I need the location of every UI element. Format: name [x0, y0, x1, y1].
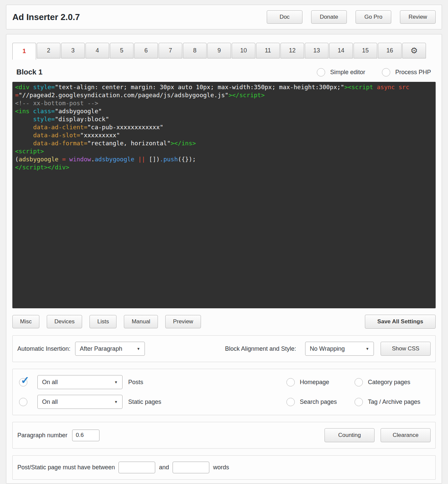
simple-editor-checkbox[interactable] [317, 68, 325, 76]
automatic-insertion-value: After Paragraph [80, 345, 122, 352]
category-pages-toggle[interactable]: Category pages [355, 378, 431, 386]
tab-bar: 12345678910111213141516⚙ [12, 43, 436, 60]
gear-icon: ⚙ [410, 46, 418, 55]
tab-7[interactable]: 7 [159, 43, 182, 58]
header-buttons: DocDonateGo ProReview [267, 10, 436, 24]
block-header: Block 1 Simple editor Process PHP [16, 68, 431, 76]
static-pages-scope-select[interactable]: On all▼ [37, 395, 123, 409]
chevron-down-icon: ▼ [114, 400, 118, 404]
min-words-input[interactable] [119, 462, 155, 473]
tab-1[interactable]: 1 [12, 43, 36, 60]
posts-checkbox[interactable] [19, 378, 27, 386]
words-suffix-label: words [213, 464, 229, 471]
tab-10[interactable]: 10 [232, 43, 255, 58]
paragraph-number-input[interactable] [72, 430, 99, 441]
code-line: (adsbygoogle = window.adsbygoogle || [])… [15, 155, 433, 163]
go-pro-button[interactable]: Go Pro [356, 10, 391, 24]
donate-button[interactable]: Donate [311, 10, 347, 24]
tab-12[interactable]: 12 [280, 43, 304, 58]
posts-scope-select[interactable]: On all▼ [37, 375, 123, 389]
automatic-insertion-label: Automatic Insertion: [17, 345, 70, 352]
paragraph-number-label: Paragraph number [17, 432, 67, 439]
static-pages-scope-value: On all [42, 398, 58, 406]
words-section: Post/Static page must have between and w… [12, 455, 436, 480]
tab-4[interactable]: 4 [85, 43, 109, 58]
code-line: data-ad-format="rectangle, horizontal"><… [15, 139, 433, 147]
manual-button[interactable]: Manual [124, 315, 158, 328]
homepage-label: Homepage [300, 379, 329, 386]
insertion-section: Automatic Insertion: After Paragraph ▼ B… [12, 335, 436, 362]
process-php-checkbox[interactable] [382, 68, 390, 76]
code-line: <script> [15, 147, 433, 155]
homepage-checkbox[interactable] [286, 378, 295, 386]
search-pages-checkbox[interactable] [286, 398, 295, 406]
display-row: On all▼PostsHomepageCategory pages [17, 375, 431, 389]
clearance-button[interactable]: Clearance [381, 428, 431, 442]
homepage-toggle[interactable]: Homepage [286, 378, 355, 386]
chevron-down-icon: ▼ [366, 347, 369, 351]
show-css-button[interactable]: Show CSS [381, 342, 431, 356]
tag-archive-pages-toggle[interactable]: Tag / Archive pages [355, 398, 431, 406]
lists-button[interactable]: Lists [89, 315, 117, 328]
plugin-title: Ad Inserter 2.0.7 [12, 12, 80, 22]
page: Ad Inserter 2.0.7 DocDonateGo ProReview … [0, 0, 448, 484]
words-conjunction-label: and [159, 464, 169, 471]
category-pages-checkbox[interactable] [355, 378, 363, 386]
main-panel: 12345678910111213141516⚙ Block 1 Simple … [6, 34, 442, 484]
display-row: On all▼Static pagesSearch pagesTag / Arc… [17, 395, 431, 409]
code-line: ="//pagead2.googlesyndication.com/pagead… [15, 91, 433, 99]
devices-button[interactable]: Devices [47, 315, 82, 328]
search-pages-label: Search pages [300, 398, 337, 406]
tab-3[interactable]: 3 [61, 43, 85, 58]
simple-editor-toggle[interactable]: Simple editor [317, 68, 365, 76]
review-button[interactable]: Review [400, 10, 436, 24]
tab-11[interactable]: 11 [256, 43, 280, 58]
plugin-header: Ad Inserter 2.0.7 DocDonateGo ProReview [6, 5, 442, 29]
tag-archive-pages-checkbox[interactable] [355, 398, 363, 406]
save-all-settings-button[interactable]: Save All Settings [365, 315, 436, 329]
static-pages-checkbox[interactable] [19, 398, 27, 406]
code-line: <ins class="adsbygoogle" [15, 107, 433, 115]
tab-2[interactable]: 2 [37, 43, 60, 58]
tab-8[interactable]: 8 [183, 43, 207, 58]
tab-5[interactable]: 5 [110, 43, 134, 58]
code-line: <div style="text-align: center; margin: … [15, 83, 433, 91]
chevron-down-icon: ▼ [137, 347, 140, 351]
chevron-down-icon: ▼ [114, 380, 118, 384]
automatic-insertion-select[interactable]: After Paragraph ▼ [75, 342, 145, 356]
category-pages-label: Category pages [368, 379, 410, 386]
doc-button[interactable]: Doc [267, 10, 302, 24]
block-alignment-value: No Wrapping [310, 345, 345, 352]
code-line: </script></div> [15, 163, 433, 171]
tab-9[interactable]: 9 [207, 43, 231, 58]
block-title: Block 1 [16, 68, 42, 76]
posts-scope-value: On all [42, 379, 58, 386]
tab-settings[interactable]: ⚙ [402, 43, 426, 58]
words-prefix-label: Post/Static page must have between [17, 464, 115, 471]
preview-button[interactable]: Preview [165, 315, 201, 328]
process-php-toggle[interactable]: Process PHP [382, 68, 431, 76]
code-editor[interactable]: <div style="text-align: center; margin: … [12, 82, 436, 308]
misc-button[interactable]: Misc [12, 315, 39, 328]
code-line: data-ad-slot="xxxxxxxxx" [15, 131, 433, 139]
block-alignment-select[interactable]: No Wrapping ▼ [305, 342, 374, 356]
simple-editor-label: Simple editor [330, 69, 365, 76]
search-pages-toggle[interactable]: Search pages [286, 398, 355, 406]
static-pages-label: Static pages [128, 398, 286, 406]
tab-14[interactable]: 14 [329, 43, 353, 58]
process-php-label: Process PHP [395, 69, 431, 76]
tag-archive-pages-label: Tag / Archive pages [368, 398, 420, 406]
block-alignment-label: Block Alignment and Style: [225, 345, 296, 352]
code-line: <!-- xx-bottom-post --> [15, 99, 433, 107]
max-words-input[interactable] [173, 462, 209, 473]
tab-15[interactable]: 15 [354, 43, 377, 58]
paragraph-section: Paragraph number Counting Clearance [12, 422, 436, 449]
tab-13[interactable]: 13 [305, 43, 328, 58]
toolbar-buttons: MiscDevicesListsManualPreview [12, 315, 365, 328]
counting-button[interactable]: Counting [324, 428, 375, 442]
code-line: data-ad-client="ca-pub-xxxxxxxxxxxx" [15, 123, 433, 131]
display-rows: On all▼PostsHomepageCategory pagesOn all… [17, 375, 431, 409]
code-line: style="display:block" [15, 115, 433, 123]
tab-16[interactable]: 16 [378, 43, 402, 58]
tab-6[interactable]: 6 [134, 43, 158, 58]
